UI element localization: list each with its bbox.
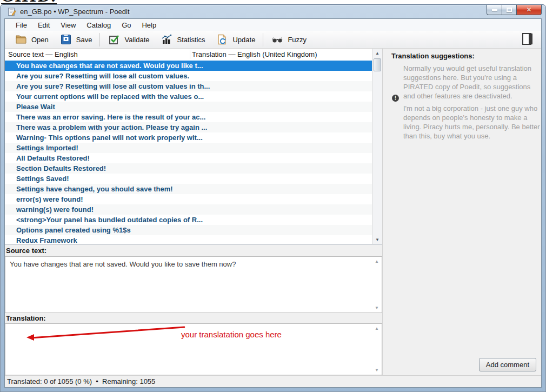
save-floppy-icon [59, 34, 72, 45]
sidebar-toggle-button[interactable] [521, 32, 535, 48]
string-list: Source text — English Translation — Engl… [5, 49, 382, 244]
suggestions-sidebar: Translation suggestions: Normally you wo… [382, 49, 541, 375]
scrollbar-thumb[interactable] [374, 58, 381, 71]
update-label: Update [232, 36, 255, 44]
column-header-translation[interactable]: Translation — English (United Kingdom) [192, 50, 317, 58]
column-header-source[interactable]: Source text — English [8, 50, 78, 58]
fuzzy-glasses-icon [271, 34, 284, 45]
suggestions-paragraph: I'm not a big corporation - just one guy… [403, 104, 542, 141]
menu-item-file[interactable]: File [10, 20, 32, 30]
scroll-up-icon[interactable]: ▲ [375, 259, 379, 264]
table-row[interactable]: error(s) were found! [5, 194, 372, 204]
poedit-window: en_GB.po • WP_Spectrum - Poedit ✕ File E… [0, 4, 546, 392]
maximize-icon [507, 8, 512, 12]
toolbar-separator [263, 33, 263, 46]
source-text-box: You have changes that are not saved. Wou… [5, 256, 382, 313]
close-icon: ✕ [526, 6, 531, 13]
annotation-arrow [34, 326, 185, 338]
column-divider[interactable] [190, 50, 190, 59]
update-refresh-icon [216, 34, 229, 45]
scroll-up-icon[interactable]: ▲ [372, 49, 382, 57]
status-text: Translated: 0 of 1055 (0 %) • Remaining:… [7, 377, 155, 386]
desktop-background: GHID. [0, 0, 546, 4]
annotation-arrowhead-icon [26, 334, 34, 341]
content-area: Source text — English Translation — Engl… [5, 49, 541, 375]
poedit-app-icon [8, 8, 16, 16]
close-button[interactable]: ✕ [517, 5, 542, 15]
update-button[interactable]: Update [210, 32, 261, 47]
table-row[interactable]: You have changes that are not saved. Wou… [5, 61, 372, 71]
minimize-icon [492, 9, 497, 11]
menu-item-view[interactable]: View [55, 20, 81, 30]
table-row[interactable]: Are you sure? Resetting will lose all cu… [5, 81, 372, 91]
table-row[interactable]: Are you sure? Resetting will lose all cu… [5, 71, 372, 81]
status-bar: Translated: 0 of 1055 (0 %) • Remaining:… [5, 375, 541, 387]
toolbar-separator [99, 33, 100, 46]
translation-input[interactable]: your translatation goes here ▲ ▼ [5, 323, 382, 375]
validate-check-icon [108, 34, 121, 45]
table-row[interactable]: Warning- This options panel will not wor… [5, 132, 372, 143]
toolbar: Open Save [5, 31, 541, 49]
exclamation-icon: ! [392, 95, 399, 102]
validate-label: Validate [124, 36, 149, 44]
table-row[interactable]: There was an error saving. Here is the r… [5, 112, 372, 122]
statistics-chart-icon [160, 34, 173, 45]
table-row[interactable]: Your current options will be replaced wi… [5, 91, 372, 102]
table-row[interactable]: Section Defaults Restored! [5, 163, 372, 174]
annotation-text: your translatation goes here [181, 330, 282, 339]
open-label: Open [31, 36, 49, 44]
table-row[interactable]: Settings have changed, you should save t… [5, 184, 372, 194]
background-clipped-text: GHID. [1, 0, 57, 4]
table-row[interactable]: Settings Imported! [5, 143, 372, 153]
menu-item-edit[interactable]: Edit [32, 20, 55, 30]
sidebar-toggle-icon [521, 32, 535, 48]
add-comment-button[interactable]: Add comment [479, 358, 536, 371]
scroll-up-icon[interactable]: ▲ [375, 326, 379, 331]
table-row[interactable]: Settings Saved! [5, 174, 372, 184]
menu-bar: File Edit View Catalog Go Help [5, 19, 541, 31]
window-controls: ✕ [487, 5, 542, 15]
source-text-label: Source text: [6, 247, 46, 256]
list-scrollbar[interactable]: ▲ ▼ [372, 49, 382, 244]
list-rows: You have changes that are not saved. Wou… [5, 61, 372, 244]
save-button[interactable]: Save [54, 32, 98, 47]
suggestions-heading: Translation suggestions: [391, 52, 475, 60]
translation-label: Translation: [6, 314, 46, 324]
table-row[interactable]: Please Wait [5, 102, 372, 112]
scroll-down-icon[interactable]: ▼ [375, 305, 379, 310]
validate-button[interactable]: Validate [102, 32, 155, 47]
table-row[interactable]: Options panel created using %1$s [5, 225, 372, 235]
table-row[interactable]: warning(s) were found! [5, 204, 372, 215]
menu-item-catalog[interactable]: Catalog [81, 20, 116, 30]
client-area: File Edit View Catalog Go Help Open [4, 18, 542, 388]
source-text-value: You have changes that are not saved. Wou… [10, 260, 368, 268]
minimize-button[interactable] [487, 5, 502, 15]
table-row[interactable]: Redux Framework [5, 235, 372, 244]
maximize-button[interactable] [502, 5, 517, 15]
statistics-label: Statistics [177, 36, 205, 44]
open-folder-icon [15, 34, 28, 45]
scroll-down-icon[interactable]: ▼ [372, 235, 382, 244]
table-row[interactable]: There was a problem with your action. Pl… [5, 122, 372, 132]
fuzzy-label: Fuzzy [288, 36, 307, 44]
table-row[interactable]: <strong>Your panel has bundled outdated … [5, 215, 372, 225]
statistics-button[interactable]: Statistics [155, 32, 210, 47]
list-header[interactable]: Source text — English Translation — Engl… [5, 49, 372, 61]
suggestions-paragraph: Normally you would get useful translatio… [403, 64, 540, 101]
fuzzy-button[interactable]: Fuzzy [265, 32, 312, 47]
table-row[interactable]: All Defaults Restored! [5, 153, 372, 163]
scroll-down-icon[interactable]: ▼ [375, 368, 379, 373]
menu-item-go[interactable]: Go [116, 20, 136, 30]
titlebar[interactable]: en_GB.po • WP_Spectrum - Poedit ✕ [1, 5, 545, 18]
open-button[interactable]: Open [9, 32, 54, 47]
save-label: Save [76, 36, 92, 44]
window-title: en_GB.po • WP_Spectrum - Poedit [20, 8, 130, 16]
menu-item-help[interactable]: Help [136, 20, 162, 30]
left-pane: Source text — English Translation — Engl… [5, 49, 382, 375]
